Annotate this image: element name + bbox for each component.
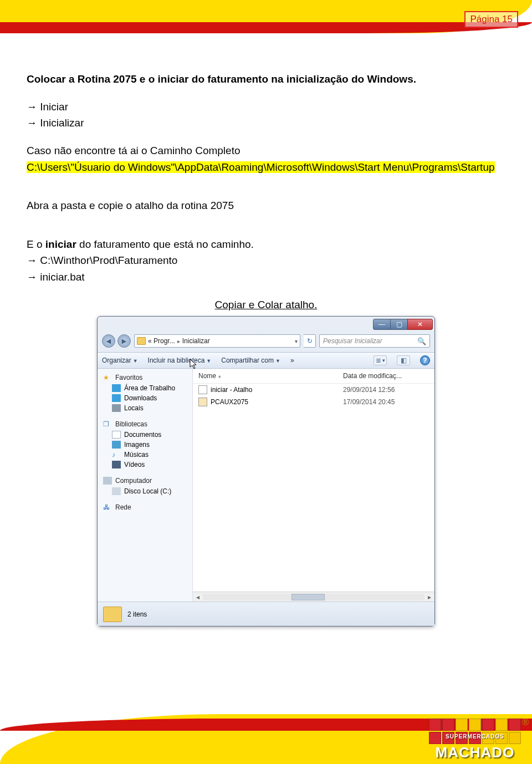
registered-icon: ® bbox=[522, 717, 529, 727]
search-input[interactable]: Pesquisar Inicializar 🔍 bbox=[319, 334, 430, 348]
cursor-icon bbox=[190, 359, 197, 370]
explorer-toolbar: Organizar▼ Incluir na biblioteca▼ Compar… bbox=[98, 352, 434, 369]
star-icon: ★ bbox=[103, 374, 112, 381]
file-iniciar-bat: → iniciar.bat bbox=[27, 270, 505, 284]
file-row[interactable]: iniciar - Atalho 29/09/2014 12:56 bbox=[193, 384, 434, 396]
music-icon: ♪ bbox=[112, 451, 121, 459]
downloads-icon bbox=[112, 394, 121, 402]
toolbar-share[interactable]: Compartilhar com▼ bbox=[221, 356, 280, 364]
sidebar-item-locations[interactable]: Locais bbox=[98, 403, 192, 413]
window-maximize-button[interactable]: ▢ bbox=[390, 319, 408, 330]
open-folder-text: Abra a pasta e copie o atalho da rotina … bbox=[27, 198, 505, 213]
scroll-thumb[interactable] bbox=[291, 594, 325, 600]
search-icon: 🔍 bbox=[417, 337, 426, 345]
page-number: Página 15 bbox=[464, 11, 518, 28]
copy-paste-text: Copiar e Colar atalho. bbox=[27, 298, 505, 312]
folder-icon bbox=[137, 337, 146, 345]
search-placeholder: Pesquisar Inicializar bbox=[323, 337, 382, 345]
bottom-banner: ® SUPERMERCADOS MACHADO bbox=[0, 692, 532, 764]
toolbar-more[interactable]: » bbox=[290, 356, 294, 364]
sidebar-item-music[interactable]: ♪Músicas bbox=[98, 450, 192, 460]
col-date: Data de modificaç... bbox=[343, 372, 429, 380]
sidebar-computer[interactable]: Computador bbox=[98, 475, 192, 486]
sidebar-item-desktop[interactable]: Área de Trabalho bbox=[98, 383, 192, 393]
sidebar-network[interactable]: 🖧Rede bbox=[98, 502, 192, 513]
refresh-button[interactable]: ↻ bbox=[304, 334, 316, 348]
network-icon: 🖧 bbox=[103, 503, 112, 511]
sidebar-item-images[interactable]: Imagens bbox=[98, 440, 192, 450]
scroll-track[interactable] bbox=[203, 594, 424, 600]
logo-super: SUPERMERCADOS bbox=[429, 734, 521, 740]
library-icon: ❒ bbox=[103, 420, 112, 428]
explorer-window: — ▢ ✕ ◄ ► « Progr... ▸ Inicializar ▾ ↻ P… bbox=[97, 316, 435, 627]
horizontal-scrollbar[interactable]: ◂ ▸ bbox=[193, 592, 434, 602]
status-text: 2 itens bbox=[127, 610, 147, 618]
view-options-button[interactable]: ≣▾ bbox=[374, 355, 387, 365]
help-button[interactable]: ? bbox=[420, 355, 430, 365]
file-list[interactable]: iniciar - Atalho 29/09/2014 12:56 PCAUX2… bbox=[193, 384, 434, 592]
window-titlebar: — ▢ ✕ bbox=[98, 317, 434, 332]
sidebar-item-downloads[interactable]: Downloads bbox=[98, 393, 192, 403]
video-icon bbox=[112, 461, 121, 468]
sort-caret-icon: ▴ bbox=[218, 373, 221, 379]
sidebar-item-disk-c[interactable]: Disco Local (C:) bbox=[98, 486, 192, 496]
scroll-left-icon[interactable]: ◂ bbox=[193, 593, 203, 601]
folder-icon bbox=[103, 607, 122, 622]
note-text: Caso não encontre tá ai o Caminho Comple… bbox=[27, 144, 505, 158]
file-row[interactable]: PCAUX2075 17/09/2014 20:45 bbox=[193, 396, 434, 408]
column-headers[interactable]: Nome ▴ Data de modificaç... bbox=[193, 369, 434, 384]
iniciar-line: E o iniciar do faturamento que está no c… bbox=[27, 237, 505, 252]
disk-icon bbox=[112, 487, 121, 495]
col-name: Nome bbox=[198, 372, 216, 380]
logo: ® SUPERMERCADOS MACHADO bbox=[429, 719, 521, 760]
status-bar: 2 itens bbox=[98, 602, 434, 626]
file-name: iniciar - Atalho bbox=[211, 386, 343, 394]
window-minimize-button[interactable]: — bbox=[373, 319, 391, 330]
banner-red bbox=[0, 22, 532, 33]
chevron-down-icon: ▼ bbox=[133, 358, 138, 364]
logo-grid bbox=[429, 719, 521, 744]
computer-icon bbox=[103, 477, 112, 485]
breadcrumb[interactable]: « Progr... ▸ Inicializar ▾ bbox=[134, 334, 300, 348]
chevron-down-icon: ▼ bbox=[275, 358, 280, 364]
breadcrumb-seg-1: « Progr... bbox=[148, 337, 175, 345]
desktop-icon bbox=[112, 384, 121, 392]
toolbar-organize[interactable]: Organizar▼ bbox=[102, 356, 138, 364]
logo-name: MACHADO bbox=[429, 745, 521, 760]
file-name: PCAUX2075 bbox=[211, 398, 343, 406]
window-close-button[interactable]: ✕ bbox=[407, 319, 433, 330]
breadcrumb-seg-2: Inicializar bbox=[182, 337, 210, 345]
chevron-down-icon: ▼ bbox=[206, 358, 211, 364]
preview-pane-button[interactable]: ◧ bbox=[397, 355, 410, 365]
top-banner: Página 15 bbox=[0, 0, 532, 44]
heading: Colocar a Rotina 2075 e o iniciar do fat… bbox=[27, 72, 505, 86]
locations-icon bbox=[112, 404, 121, 412]
step-iniciar: → Iniciar bbox=[27, 100, 505, 114]
chevron-right-icon: ▸ bbox=[177, 338, 180, 344]
shortcut-icon bbox=[198, 385, 207, 394]
sidebar-item-videos[interactable]: Vídeos bbox=[98, 460, 192, 470]
explorer-sidebar: ★Favoritos Área de Trabalho Downloads Lo… bbox=[98, 369, 193, 602]
nav-back-button[interactable]: ◄ bbox=[102, 334, 115, 348]
sidebar-item-documents[interactable]: Documentos bbox=[98, 430, 192, 440]
step-inicializar: → Inicializar bbox=[27, 116, 505, 130]
chevron-down-icon[interactable]: ▾ bbox=[295, 338, 298, 344]
application-icon bbox=[198, 398, 207, 406]
highlighted-path: C:\Users\"Úsuario do Windows"\AppData\Ro… bbox=[27, 160, 505, 175]
sidebar-favorites[interactable]: ★Favoritos bbox=[98, 372, 192, 383]
document-icon bbox=[112, 431, 121, 439]
toolbar-include[interactable]: Incluir na biblioteca▼ bbox=[148, 356, 212, 364]
sidebar-libraries[interactable]: ❒Bibliotecas bbox=[98, 419, 192, 430]
path-2: → C:\Winthor\Prod\Faturamento bbox=[27, 253, 505, 268]
scroll-right-icon[interactable]: ▸ bbox=[424, 593, 434, 601]
file-area: Nome ▴ Data de modificaç... iniciar - At… bbox=[193, 369, 434, 602]
file-date: 17/09/2014 20:45 bbox=[343, 398, 429, 406]
image-icon bbox=[112, 441, 121, 449]
nav-forward-button[interactable]: ► bbox=[117, 334, 131, 348]
nav-bar: ◄ ► « Progr... ▸ Inicializar ▾ ↻ Pesquis… bbox=[98, 332, 434, 352]
file-date: 29/09/2014 12:56 bbox=[343, 386, 429, 394]
document-content: Colocar a Rotina 2075 e o iniciar do fat… bbox=[0, 44, 532, 312]
